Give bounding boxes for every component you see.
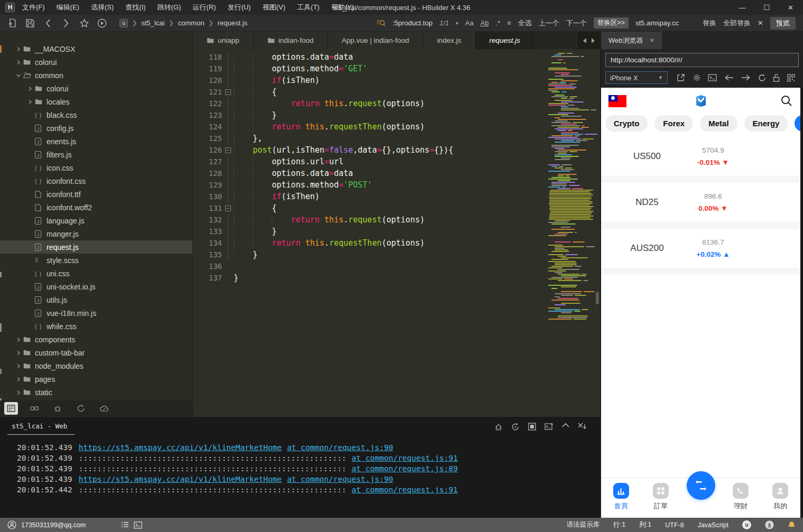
code-line-135[interactable]: 135 } [193,249,600,260]
device-selector[interactable]: iPhone X ▼ [605,71,668,84]
terminal-icon[interactable] [134,521,142,529]
category-tab-energy[interactable]: Energy [744,115,788,132]
chevron-down-icon[interactable] [14,73,23,78]
menu-item-2[interactable]: 选择(S) [91,3,114,12]
maximize-button[interactable]: ☐ [763,4,770,12]
next-button[interactable]: 下一个 [566,18,587,28]
address-bar[interactable]: http://localhost:8000/#/ [605,53,799,67]
code-line-136[interactable]: 136 [193,260,600,272]
chevron-right-icon[interactable] [14,350,23,356]
menu-item-0[interactable]: 文件(F) [22,3,45,12]
menu-item-7[interactable]: 视图(V) [262,3,285,12]
nav-item-phone[interactable]: 理財 [721,478,760,517]
regex-toggle[interactable]: .* [496,19,501,27]
tree-item-__MACOSX[interactable]: __MACOSX [0,42,192,55]
code-line-131[interactable]: 131– { [193,202,600,214]
tree-item-filters.js[interactable]: Jfilters.js [0,148,192,161]
nav-item-chart[interactable]: 首頁 [601,478,641,517]
nav-back-icon[interactable] [724,74,734,81]
tree-item-request.js[interactable]: Jrequest.js [0,240,192,254]
editor-tab-3[interactable]: App.vue | indian-food [328,32,423,49]
tree-item-while.css[interactable]: { }while.css [0,320,192,333]
menu-item-3[interactable]: 查找(I) [125,3,145,12]
tree-item-iconfont.woff2[interactable]: iconfont.woff2 [0,201,192,214]
editor-tab-2[interactable]: indian-food [254,32,328,49]
tree-item-locales[interactable]: locales [0,95,192,108]
category-tab-crypto[interactable]: Crypto [605,115,648,132]
tree-item-uni-socket.io.js[interactable]: Juni-socket.io.js [0,280,192,293]
replace-zone-chip[interactable]: 替换区>> [594,17,629,29]
task-list-icon[interactable] [121,521,129,528]
select-all-button[interactable]: 全选 [518,18,532,28]
nav-forward-icon[interactable] [741,74,751,81]
code-line-119[interactable]: 119 options.method='GET' [193,63,600,74]
fold-toggle-icon[interactable]: – [222,86,234,98]
code-line-130[interactable]: 130 if(isThen) [193,191,600,202]
open-external-icon[interactable] [677,73,685,82]
preview-button[interactable]: 预览 [770,17,796,30]
code-editor[interactable]: 118 options.data=data119 options.method=… [193,49,600,416]
network-view-icon[interactable] [97,402,111,415]
tree-item-icon.css[interactable]: { }icon.css [0,161,192,174]
code-line-118[interactable]: 118 options.data=data [193,51,600,63]
devtools-console-icon[interactable] [708,74,717,81]
notification-bell-icon[interactable] [788,521,796,529]
breadcrumb-file[interactable]: request.js [218,19,247,27]
chevron-right-icon[interactable] [14,60,23,65]
tree-item-style.scss[interactable]: Sstyle.scss [0,254,192,267]
menu-item-6[interactable]: 发行(U) [227,3,251,12]
tab-scroll-right-icon[interactable] [592,38,595,43]
code-line-122[interactable]: 122 return this.request(options) [193,98,600,109]
chevron-right-icon[interactable] [14,363,23,369]
search-input[interactable]: :5product.top [392,19,432,27]
tree-item-language.js[interactable]: Jlanguage.js [0,214,192,227]
new-file-icon[interactable] [4,17,20,30]
tree-item-vue-i18n.min.js[interactable]: Jvue-i18n.min.js [0,306,192,320]
browser-tab[interactable]: Web浏览器 ✕ [601,32,662,49]
code-line-120[interactable]: 120 if(isThen) [193,74,600,86]
replace-button[interactable]: 替换 [703,18,716,28]
log-link[interactable]: https://st5.amspay.cc/api/v1/klineMarket… [79,475,282,483]
syntax-library[interactable]: 语法提示库 [567,520,600,529]
market-row-nd25[interactable]: ND25896.60.00% ▼ [601,183,800,222]
feedback-icon[interactable]: u [742,520,751,529]
code-line-123[interactable]: 123 } [193,109,600,121]
log-link[interactable]: https://st5.amspay.cc/api/v1/klineMarket… [79,443,282,452]
editor-tab-5[interactable]: request.js [476,32,535,49]
chevron-right-icon[interactable] [14,377,23,382]
market-row-us500[interactable]: US5005704.9-0.01% ▼ [601,137,800,176]
search-icon[interactable] [780,95,793,107]
log-link[interactable]: at common/request.js:89 [352,464,458,473]
minimap[interactable] [546,50,594,329]
browser-tab-close-icon[interactable]: ✕ [650,37,654,44]
tree-item-colorui[interactable]: colorui [0,82,192,95]
editor-tab-4[interactable]: index.js [423,32,476,49]
tree-item-uni.css[interactable]: { }uni.css [0,267,192,280]
tree-item-custom-tab-bar[interactable]: custom-tab-bar [0,346,192,359]
run-icon[interactable] [94,17,110,30]
code-line-125[interactable]: 125 }, [193,133,600,144]
code-line-134[interactable]: 134 return this.requestThen(options) [193,237,600,249]
debug-view-icon[interactable] [51,402,64,415]
match-case-toggle[interactable]: Aa [465,19,474,27]
fold-toggle-icon[interactable]: – [222,144,234,156]
chevron-right-icon[interactable] [14,390,23,395]
category-tab-cfd[interactable]: CFD [795,115,800,132]
tree-item-node_modules[interactable]: node_modules [0,359,192,372]
code-line-129[interactable]: 129 options.method='POST' [193,179,600,191]
collapse-icon[interactable] [562,423,569,431]
tab-scroll-left-icon[interactable] [583,38,586,43]
fold-toggle-icon[interactable]: – [222,202,234,214]
tree-item-components[interactable]: components [0,333,192,346]
replace-all-button[interactable]: 全部替换 [723,18,751,28]
forward-icon[interactable] [58,17,74,30]
log-link[interactable]: at common/request.js:91 [352,454,458,462]
tree-item-pages[interactable]: pages [0,372,192,386]
favorite-star-icon[interactable] [76,17,92,30]
close-find-icon[interactable]: ✕ [758,19,763,27]
account-email[interactable]: 1735031199@qq.com [21,521,86,529]
editor-tab-1[interactable]: uniapp [193,32,254,49]
chevron-down-icon[interactable]: ▾ [456,21,458,26]
previous-button[interactable]: 上一个 [539,18,559,28]
tree-item-iconfont.css[interactable]: { }iconfont.css [0,174,192,188]
